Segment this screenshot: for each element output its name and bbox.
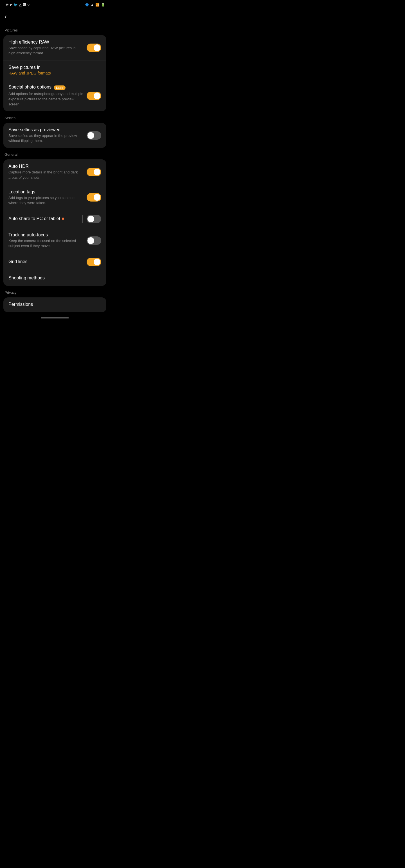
labs-badge: Labs: [54, 86, 65, 90]
setting-info-save-selfies-as-previewed: Save selfies as previewedSave selfies as…: [8, 127, 87, 143]
setting-title-permissions: Permissions: [8, 302, 98, 307]
setting-row-shooting-methods[interactable]: Shooting methods: [3, 271, 106, 286]
setting-title-save-selfies-as-previewed: Save selfies as previewed: [8, 127, 83, 132]
setting-info-special-photo-options: Special photo optionsLabsAdd options for…: [8, 85, 87, 107]
photos-icon: 🖼: [23, 3, 26, 7]
setting-info-permissions: Permissions: [8, 302, 101, 308]
status-left: ❊ ➤ 🐦 △ 🖼 ⁘: [4, 3, 30, 7]
setting-info-high-efficiency-raw: High efficiency RAWSave space by capturi…: [8, 40, 87, 56]
battery-icon: 🔋: [101, 3, 105, 7]
vertical-divider: [82, 215, 83, 223]
setting-title-special-photo-options: Special photo options: [8, 85, 52, 90]
setting-title-auto-hdr: Auto HDR: [8, 164, 83, 169]
setting-row-special-photo-options[interactable]: Special photo optionsLabsAdd options for…: [3, 80, 106, 111]
section-label-general: General: [0, 150, 110, 159]
home-indicator: [41, 317, 69, 318]
setting-row-save-pictures-in[interactable]: Save pictures inRAW and JPEG formats: [3, 60, 106, 80]
setting-info-save-pictures-in: Save pictures inRAW and JPEG formats: [8, 65, 101, 75]
setting-row-save-selfies-as-previewed[interactable]: Save selfies as previewedSave selfies as…: [3, 123, 106, 148]
drive-icon: △: [19, 3, 21, 7]
setting-row-permissions[interactable]: Permissions: [3, 298, 106, 312]
setting-row-tracking-autofocus[interactable]: Tracking auto-focusKeep the camera focus…: [3, 228, 106, 253]
setting-value-save-pictures-in: RAW and JPEG formats: [8, 71, 98, 75]
card-selfies: Save selfies as previewedSave selfies as…: [3, 123, 106, 148]
header: ‹: [0, 8, 110, 26]
section-label-privacy: Privacy: [0, 288, 110, 298]
setting-title-auto-share: Auto share to PC or tablet: [8, 216, 79, 221]
setting-desc-save-selfies-as-previewed: Save selfies as they appear in the previ…: [8, 133, 83, 143]
setting-desc-tracking-autofocus: Keep the camera focused on the selected …: [8, 238, 83, 248]
signal-icon: 📶: [95, 3, 99, 7]
setting-title-grid-lines: Grid lines: [8, 259, 83, 264]
status-bar: ❊ ➤ 🐦 △ 🖼 ⁘ 🔷 ▲ 📶 🔋: [0, 0, 110, 8]
notification-icon-1: ❊: [6, 3, 8, 7]
setting-desc-special-photo-options: Add options for astrophotography and mul…: [8, 91, 83, 107]
setting-info-auto-share: Auto share to PC or tablet: [8, 216, 82, 222]
toggle-special-photo-options[interactable]: [87, 92, 101, 100]
dots-icon: ⁘: [27, 3, 30, 7]
section-label-pictures: Pictures: [0, 26, 110, 35]
wifi-icon: ▲: [91, 3, 94, 7]
setting-desc-auto-hdr: Capture more details in the bright and d…: [8, 170, 83, 180]
setting-title-save-pictures-in: Save pictures in: [8, 65, 98, 70]
setting-row-auto-hdr[interactable]: Auto HDRCapture more details in the brig…: [3, 159, 106, 185]
setting-info-location-tags: Location tagsAdd tags to your pictures s…: [8, 189, 87, 206]
bottom-nav-bar: [0, 314, 110, 323]
navigation-icon: ➤: [9, 3, 12, 7]
setting-row-high-efficiency-raw[interactable]: High efficiency RAWSave space by capturi…: [3, 35, 106, 60]
setting-row-location-tags[interactable]: Location tagsAdd tags to your pictures s…: [3, 185, 106, 210]
card-general: Auto HDRCapture more details in the brig…: [3, 159, 106, 286]
back-button[interactable]: ‹: [4, 13, 6, 20]
toggle-tracking-autofocus[interactable]: [87, 237, 101, 245]
toggle-location-tags[interactable]: [87, 193, 101, 202]
section-label-selfies: Selfies: [0, 114, 110, 123]
status-right: 🔷 ▲ 📶 🔋: [85, 3, 105, 7]
setting-info-shooting-methods: Shooting methods: [8, 276, 101, 281]
toggle-auto-share[interactable]: [87, 215, 101, 223]
toggle-high-efficiency-raw[interactable]: [87, 43, 101, 52]
toggle-auto-hdr[interactable]: [87, 168, 101, 176]
bluetooth-icon: 🔷: [85, 3, 89, 7]
setting-info-tracking-autofocus: Tracking auto-focusKeep the camera focus…: [8, 232, 87, 248]
dot-indicator: [62, 218, 64, 220]
card-privacy: Permissions: [3, 298, 106, 312]
toggle-grid-lines[interactable]: [87, 258, 101, 266]
card-pictures: High efficiency RAWSave space by capturi…: [3, 35, 106, 111]
twitter-icon: 🐦: [13, 3, 18, 7]
setting-title-tracking-autofocus: Tracking auto-focus: [8, 232, 83, 238]
setting-info-grid-lines: Grid lines: [8, 259, 87, 265]
setting-title-shooting-methods: Shooting methods: [8, 276, 98, 281]
setting-row-grid-lines[interactable]: Grid lines: [3, 253, 106, 271]
setting-info-auto-hdr: Auto HDRCapture more details in the brig…: [8, 164, 87, 180]
toggle-save-selfies-as-previewed[interactable]: [87, 131, 101, 140]
setting-row-auto-share[interactable]: Auto share to PC or tablet: [3, 210, 106, 228]
setting-title-location-tags: Location tags: [8, 189, 83, 194]
setting-title-high-efficiency-raw: High efficiency RAW: [8, 40, 83, 45]
setting-desc-high-efficiency-raw: Save space by capturing RAW pictures in …: [8, 45, 83, 56]
setting-desc-location-tags: Add tags to your pictures so you can see…: [8, 195, 83, 206]
